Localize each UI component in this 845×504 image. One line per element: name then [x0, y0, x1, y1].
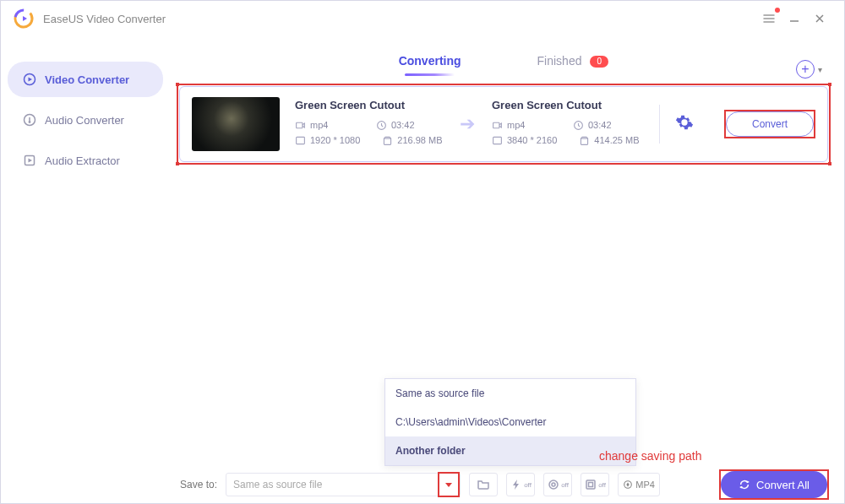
sidebar-item-audio-extractor[interactable]: Audio Extractor [8, 143, 163, 178]
svg-rect-14 [493, 137, 502, 144]
app-window: EaseUS Video Converter Video Converter A… [0, 0, 845, 504]
convert-button[interactable]: Convert [726, 111, 814, 137]
target-format: mp4 [492, 120, 551, 131]
target-size: 414.25 MB [579, 135, 639, 146]
footer-bar: Save to: Same as source file off off off… [170, 466, 837, 503]
svg-point-16 [552, 483, 555, 486]
settings-gear-icon[interactable] [675, 113, 694, 135]
dropdown-option-same-source[interactable]: Same as source file [385, 379, 635, 408]
main-panel: Converting Finished 0 + ▾ [170, 36, 844, 503]
dropdown-arrow-icon [445, 483, 452, 487]
save-path-text: Same as source file [226, 479, 438, 490]
gpu-toggle[interactable]: off [581, 473, 609, 496]
sidebar-item-audio-converter[interactable]: Audio Converter [8, 102, 163, 138]
svg-rect-18 [589, 483, 593, 487]
convert-all-button[interactable]: Convert All [721, 471, 827, 498]
close-button[interactable] [807, 6, 832, 31]
source-resolution: 1920 * 1080 [295, 135, 360, 146]
tab-finished[interactable]: Finished 0 [537, 54, 609, 74]
finished-count-badge: 0 [590, 56, 608, 68]
app-logo-icon [13, 8, 35, 30]
target-title: Green Screen Cutout [492, 99, 640, 111]
add-file-button[interactable]: + ▾ [796, 60, 822, 79]
sidebar-label: Audio Converter [45, 114, 124, 127]
plus-icon: + [796, 60, 815, 79]
audio-converter-icon [23, 113, 36, 127]
arrow-right-icon: ➔ [460, 113, 475, 135]
source-size: 216.98 MB [382, 135, 442, 146]
sidebar-label: Audio Extractor [45, 154, 120, 167]
convert-all-icon [739, 479, 750, 490]
high-speed-toggle[interactable]: off [506, 473, 535, 496]
convert-all-label: Convert All [756, 479, 810, 491]
dropdown-option-path[interactable]: C:\Users\admin\Videos\Converter [385, 408, 635, 436]
tab-converting[interactable]: Converting [399, 54, 461, 74]
target-file-info: Green Screen Cutout mp4 03:42 3840 * 216… [492, 99, 640, 150]
save-to-label: Save to: [180, 479, 217, 490]
source-file-info: Green Screen Cutout mp4 03:42 1920 * 108… [295, 99, 443, 150]
source-duration: 03:42 [376, 120, 435, 131]
svg-point-15 [549, 480, 558, 489]
target-duration: 03:42 [573, 120, 632, 131]
conversion-item: Green Screen Cutout mp4 03:42 1920 * 108… [179, 86, 828, 162]
notification-dot-icon [775, 8, 780, 13]
sidebar: Video Converter Audio Converter Audio Ex… [1, 36, 170, 503]
svg-rect-9 [297, 122, 303, 128]
svg-marker-4 [29, 78, 33, 82]
svg-marker-2 [23, 16, 27, 21]
open-folder-button[interactable] [469, 473, 498, 496]
tab-bar: Converting Finished 0 + ▾ [170, 45, 837, 84]
tab-finished-label: Finished [537, 54, 582, 68]
title-bar: EaseUS Video Converter [1, 1, 844, 36]
target-resolution: 3840 * 2160 [492, 135, 557, 146]
audio-extractor-icon [23, 154, 36, 167]
output-format-label: MP4 [635, 480, 655, 490]
svg-point-6 [29, 121, 31, 123]
merge-toggle[interactable]: off [543, 473, 572, 496]
save-path-dropdown: Same as source file C:\Users\admin\Video… [384, 378, 636, 466]
sidebar-item-video-converter[interactable]: Video Converter [8, 62, 163, 97]
source-format: mp4 [295, 120, 354, 131]
minimize-button[interactable] [782, 6, 807, 31]
menu-button[interactable] [756, 6, 782, 31]
save-path-dropdown-toggle[interactable] [439, 474, 458, 496]
svg-marker-8 [29, 159, 33, 163]
sidebar-label: Video Converter [45, 73, 129, 86]
dropdown-option-another-folder[interactable]: Another folder [385, 436, 635, 465]
svg-rect-11 [297, 137, 305, 144]
app-title: EaseUS Video Converter [43, 13, 166, 25]
svg-rect-12 [493, 122, 499, 128]
video-thumbnail[interactable] [192, 97, 280, 151]
svg-rect-17 [586, 480, 595, 489]
video-converter-icon [23, 73, 36, 86]
source-title: Green Screen Cutout [295, 99, 443, 111]
output-format-selector[interactable]: MP4 [618, 473, 660, 496]
chevron-down-icon: ▾ [818, 65, 822, 74]
save-path-field: Same as source file [226, 473, 461, 496]
